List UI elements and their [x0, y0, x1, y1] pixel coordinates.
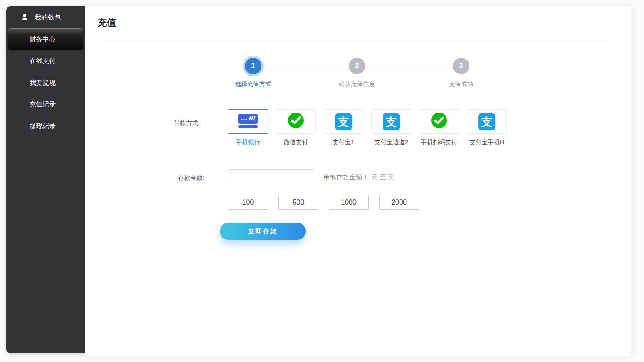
- step-label: 充值成功: [426, 80, 496, 88]
- payment-method-list: 手机银行 微信支付 支 支付宝1 支: [228, 109, 507, 146]
- payment-option-label: 支付宝手机H: [467, 139, 507, 146]
- hint-prefix: 单笔存款金额！: [323, 173, 369, 181]
- sidebar-item-online-payment[interactable]: 在线支付: [6, 50, 85, 72]
- wechat-pay-icon: [429, 111, 449, 132]
- step-number-badge: 3: [453, 58, 469, 74]
- payment-option-label: 支付宝通道2: [371, 139, 411, 146]
- alipay-icon: 支: [383, 113, 400, 130]
- sidebar-item-label: 在线支付: [30, 57, 56, 64]
- step-number-badge: 2: [349, 58, 365, 74]
- preset-amount-100[interactable]: 100: [228, 195, 268, 210]
- preset-amounts: 100 500 1000 2000: [228, 195, 419, 210]
- payment-option-box: 支: [324, 109, 363, 134]
- wechat-pay-icon: [286, 111, 305, 132]
- deposit-now-button[interactable]: 立即存款: [220, 223, 306, 240]
- payment-option-box: [228, 109, 268, 134]
- sidebar-item-label: 提现记录: [30, 122, 56, 130]
- payment-option-label: 微信支付: [276, 139, 316, 146]
- sidebar-item-my-wallet[interactable]: 我的钱包: [6, 7, 85, 28]
- payment-option-label: 手机银行: [228, 139, 268, 146]
- sidebar-item-label: 我要提现: [30, 79, 56, 86]
- payment-option-alipay-mobile-h[interactable]: 支 支付宝手机H: [467, 109, 507, 146]
- payment-option-mobile-scan[interactable]: 手机扫码支付: [419, 109, 459, 146]
- payment-option-box: 支: [467, 109, 507, 134]
- payment-option-label: 手机扫码支付: [419, 139, 459, 146]
- preset-amount-1000[interactable]: 1000: [329, 195, 369, 210]
- sidebar-item-finance-center[interactable]: 财务中心: [8, 28, 83, 50]
- alipay-icon: 支: [478, 113, 495, 130]
- step-success: 3 充值成功: [426, 58, 496, 88]
- deposit-amount-hint: 单笔存款金额！元 至 元: [323, 173, 394, 182]
- sidebar-item-withdraw-records[interactable]: 提现记录: [6, 115, 85, 137]
- payment-method-label: 付款方式：: [146, 120, 204, 127]
- preset-amount-2000[interactable]: 2000: [379, 195, 419, 210]
- person-icon: [21, 13, 29, 21]
- sidebar-item-label: 充值记录: [30, 100, 56, 108]
- page-title: 充值: [98, 17, 116, 29]
- payment-option-mobile-bank[interactable]: 手机银行: [228, 109, 268, 146]
- deposit-amount-input[interactable]: [228, 169, 314, 185]
- step-select-method: 1 选择充值方式: [218, 58, 288, 88]
- payment-option-wechat[interactable]: 微信支付: [276, 109, 316, 146]
- step-label: 选择充值方式: [218, 80, 288, 88]
- payment-option-alipay-1[interactable]: 支 支付宝1: [324, 109, 363, 146]
- payment-option-alipay-channel-2[interactable]: 支 支付宝通道2: [371, 109, 411, 146]
- payment-option-box: [276, 109, 316, 134]
- sidebar-item-withdraw[interactable]: 我要提现: [6, 72, 85, 93]
- payment-option-box: [419, 109, 459, 134]
- step-confirm-info: 2 确认充值信息: [322, 58, 392, 88]
- payment-option-label: 支付宝1: [324, 139, 363, 146]
- sidebar-item-label: 我的钱包: [35, 7, 61, 28]
- sidebar-item-label: 财务中心: [30, 35, 56, 43]
- alipay-icon: 支: [335, 113, 352, 130]
- sidebar-item-recharge-records[interactable]: 充值记录: [6, 93, 85, 115]
- title-divider: [98, 40, 617, 40]
- step-label: 确认充值信息: [322, 80, 392, 88]
- preset-amount-500[interactable]: 500: [278, 195, 318, 210]
- sidebar: 我的钱包 财务中心 在线支付 我要提现 充值记录 提现记录: [6, 6, 85, 353]
- hint-range: 元 至 元: [371, 173, 394, 181]
- payment-option-box: 支: [371, 109, 411, 134]
- deposit-amount-label: 存款金额:: [146, 174, 204, 182]
- bank-card-icon: [238, 113, 258, 130]
- main-content-card: 充值 1 选择充值方式 2 确认充值信息 3 充值成功 付款方式：: [85, 6, 631, 356]
- step-number-badge: 1: [245, 58, 261, 74]
